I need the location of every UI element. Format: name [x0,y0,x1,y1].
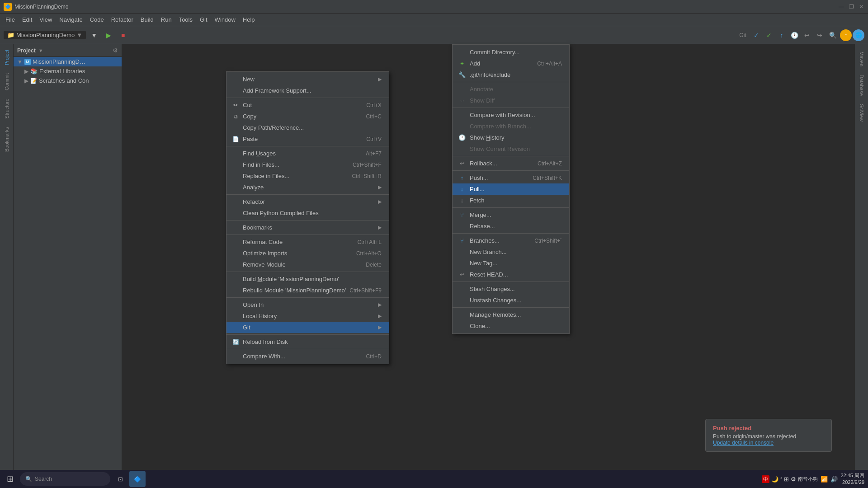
ctx-bookmarks[interactable]: Bookmarks ▶ [226,222,389,233]
update-project-button[interactable]: ↑ [840,29,852,41]
ctx-new[interactable]: New ▶ [226,74,389,85]
close-button[interactable]: ✕ [858,4,864,10]
git-update-icon[interactable]: ✓ [750,29,762,41]
ctx-local-history[interactable]: Local History ▶ [226,310,389,322]
ctx-remove-module[interactable]: Remove Module Delete [226,259,389,270]
ctx-reload[interactable]: 🔄Reload from Disk [226,336,389,347]
menu-edit[interactable]: Edit [19,14,36,25]
ctx-add-framework[interactable]: Add Framework Support... [226,85,389,96]
git-compare-revision[interactable]: Compare with Revision... [453,109,569,121]
git-pull[interactable]: ↓Pull... [453,183,569,195]
ctx-bookmarks-label: Bookmarks [243,224,272,231]
git-check-icon[interactable]: ✓ [763,29,775,41]
rollback-shortcut: Ctrl+Alt+Z [538,160,562,167]
ctx-find-usages[interactable]: Find Usages Alt+F7 [226,148,389,159]
title-bar-controls: — ❐ ✕ [838,4,864,10]
sidebar-tab-bookmarks[interactable]: Bookmarks [2,123,11,155]
git-sep-7 [453,282,569,282]
git-reset-head[interactable]: ↩Reset HEAD... [453,269,569,280]
ime-icon[interactable]: 中 [762,475,769,483]
right-tab-sciview[interactable]: SciView [857,100,866,125]
project-selector[interactable]: 📁 MissionPlanningDemo ▼ [4,31,86,39]
git-clone[interactable]: Clone... [453,320,569,332]
run-button[interactable]: ▶ [102,29,115,42]
taskbar-ide-app[interactable]: 🔷 [129,471,146,487]
menu-tools[interactable]: Tools [175,14,196,25]
ctx-git[interactable]: Git ▶ [226,322,389,333]
project-tree-external-libs[interactable]: ▶ 📚 External Libraries [14,66,122,76]
menu-refactor[interactable]: Refactor [108,14,137,25]
git-push[interactable]: ↑Push... Ctrl+Shift+K [453,172,569,183]
git-stash[interactable]: Stash Changes... [453,283,569,295]
ctx-refactor-label: Refactor [243,198,265,205]
menu-navigate[interactable]: Navigate [56,14,86,25]
tray-settings[interactable]: ⚙ [791,476,796,483]
taskbar-task-view[interactable]: ⊡ [112,471,128,487]
git-add[interactable]: +Add Ctrl+Alt+A [453,58,569,69]
git-merge[interactable]: ⑂Merge... [453,209,569,221]
ctx-clean-python[interactable]: Clean Python Compiled Files [226,207,389,219]
git-show-history[interactable]: 🕐Show History [453,132,569,143]
project-tree-root[interactable]: ▼ M MissionPlanningD… [14,57,122,66]
ctx-rebuild-module[interactable]: Rebuild Module 'MissionPlanningDemo' Ctr… [226,285,389,296]
taskbar-time[interactable]: 22:45 周四 2022/9/29 [840,472,864,486]
ctx-reformat[interactable]: Reformat Code Ctrl+Alt+L [226,236,389,248]
git-show-diff[interactable]: ↔Show Diff [453,95,569,106]
git-fetch[interactable]: ↓Fetch [453,195,569,206]
menu-view[interactable]: View [36,14,56,25]
ctx-compare-with[interactable]: Compare With... Ctrl+D [226,351,389,362]
ctx-refactor[interactable]: Refactor ▶ [226,196,389,207]
git-unstash[interactable]: Unstash Changes... [453,295,569,306]
search-button[interactable]: 🔍 [826,29,839,42]
git-push-icon[interactable]: ↑ [776,29,788,41]
git-commit-dir[interactable]: Commit Directory... [453,47,569,58]
git-undo-icon[interactable]: ↩ [801,29,813,41]
ctx-analyze[interactable]: Analyze ▶ [226,182,389,193]
stop-button[interactable]: ■ [117,29,129,42]
git-show-current-revision[interactable]: Show Current Revision [453,143,569,155]
ctx-paste[interactable]: 📄Paste Ctrl+V [226,133,389,145]
right-tab-database[interactable]: Database [857,71,866,99]
project-panel-dropdown[interactable]: ▼ [38,48,43,53]
project-panel-settings[interactable]: ⚙ [113,47,118,54]
ctx-rebuild-label: Rebuild Module 'MissionPlanningDemo' [243,287,346,294]
run-config-dropdown[interactable]: ▼ [88,29,100,42]
maximize-button[interactable]: ❐ [848,4,854,10]
git-rebase[interactable]: Rebase... [453,221,569,232]
git-compare-branch[interactable]: Compare with Branch... [453,121,569,132]
menu-run[interactable]: Run [157,14,175,25]
minimize-button[interactable]: — [838,4,844,10]
menu-git[interactable]: Git [196,14,211,25]
ctx-cut[interactable]: ✂Cut Ctrl+X [226,99,389,111]
git-new-tag[interactable]: New Tag... [453,258,569,269]
ctx-copy[interactable]: ⧉Copy Ctrl+C [226,111,389,122]
plugin-button[interactable]: 🌐 [853,29,864,41]
taskbar-search[interactable]: 🔍 Search [20,472,110,486]
git-history-icon[interactable]: 🕐 [788,29,800,41]
ctx-replace-in-files[interactable]: Replace in Files... Ctrl+Shift+R [226,170,389,182]
project-tree-scratches[interactable]: ▶ 📝 Scratches and Con [14,76,122,85]
sidebar-tab-structure[interactable]: Structure [2,95,11,122]
taskbar-start-button[interactable]: ⊞ [2,471,18,487]
ctx-build-module[interactable]: Build Module 'MissionPlanningDemo' [226,273,389,285]
menu-window[interactable]: Window [211,14,239,25]
menu-help[interactable]: Help [239,14,259,25]
git-exclude[interactable]: 🔧.git/info/exclude [453,69,569,80]
git-manage-remotes[interactable]: Manage Remotes... [453,309,569,320]
menu-build[interactable]: Build [137,14,157,25]
git-redo-icon[interactable]: ↪ [814,29,826,41]
right-tab-maven[interactable]: Maven [857,48,866,70]
ctx-find-in-files[interactable]: Find in Files... Ctrl+Shift+F [226,159,389,170]
git-branches[interactable]: ⑂Branches... Ctrl+Shift+` [453,235,569,246]
ctx-open-in[interactable]: Open In ▶ [226,299,389,310]
menu-file[interactable]: File [2,14,19,25]
notification-link[interactable]: Update details in console [713,440,824,446]
ctx-optimize-imports[interactable]: Optimize Imports Ctrl+Alt+O [226,248,389,259]
git-annotate[interactable]: Annotate [453,84,569,95]
menu-code[interactable]: Code [86,14,108,25]
ctx-copy-path[interactable]: Copy Path/Reference... [226,122,389,133]
git-rollback[interactable]: ↩Rollback... Ctrl+Alt+Z [453,158,569,169]
git-new-branch[interactable]: New Branch... [453,246,569,258]
sidebar-tab-commit[interactable]: Commit [2,70,11,94]
sidebar-tab-project[interactable]: Project [2,46,11,69]
